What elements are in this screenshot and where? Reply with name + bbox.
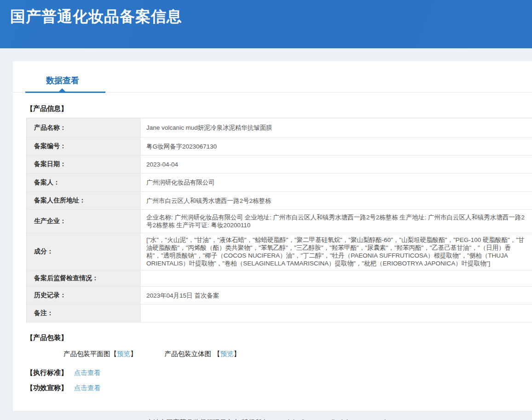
row-label: 备案后监督检查情况：	[27, 270, 141, 286]
table-row-registrant-address: 备案人住所地址： 广州市白云区人和镇秀水塘西一路2号2栋整栋	[27, 192, 532, 210]
page-title: 国产普通化妆品备案信息	[10, 6, 532, 27]
standard-click-view-link[interactable]: 点击查看	[74, 368, 101, 377]
row-value	[141, 305, 532, 322]
bracket-close: 】	[130, 350, 137, 357]
row-value: 广州市白云区人和镇秀水塘西一路2号2栋整栋	[141, 192, 532, 209]
table-row-registration-number: 备案编号： 粤G妆网备字2023067130	[27, 138, 532, 155]
row-label: 备案人：	[27, 173, 141, 191]
packaging-flat-label: 产品包装平面图	[64, 350, 110, 357]
footer-copyright-text: 本站由国家药品监督管理局主办 版权所有 Copyright © NMPA All…	[146, 418, 386, 420]
table-row-history: 历史记录： 2023年04月15日 首次备案	[27, 287, 532, 305]
bracket-open: 【	[214, 350, 220, 357]
table-row-manufacturer: 生产企业： 企业名称: 广州润研化妆品有限公司 企业地址: 广州市白云区人和镇秀…	[27, 210, 532, 233]
table-row-supervision: 备案后监督检查情况：	[27, 270, 532, 287]
row-label: 备案人住所地址：	[27, 192, 141, 209]
tab-active-indicator	[25, 92, 105, 93]
content-card: 数据查看 【产品信息】 产品名称： Jane volcanic mud妍泥冷泉冰…	[13, 61, 532, 411]
row-label: 备注：	[27, 305, 141, 322]
row-label: 成分：	[27, 233, 141, 270]
row-value: 广州润研化妆品有限公司	[141, 173, 532, 191]
efficacy-section-title: 【功效宣称】	[26, 384, 68, 392]
row-label: 历史记录：	[27, 287, 141, 304]
row-value: 企业名称: 广州润研化妆品有限公司 企业地址: 广州市白云区人和镇秀水塘西一路2…	[141, 210, 532, 233]
bracket-open: 【	[110, 350, 117, 357]
footer: 本站由国家药品监督管理局主办 版权所有 Copyright © NMPA All…	[0, 411, 532, 420]
tab-bar: 数据查看	[13, 61, 532, 92]
page-header: 国产普通化妆品备案信息	[0, 0, 532, 48]
bracket-close: 】	[234, 350, 241, 357]
efficacy-click-view-link[interactable]: 点击查看	[74, 384, 101, 392]
packaging-stereo-preview-link[interactable]: 预览	[220, 350, 234, 357]
packaging-stereo-item: 产品包装立体图【预览】	[165, 350, 241, 358]
table-row-remarks: 备注：	[27, 305, 532, 322]
packaging-flat-preview-link[interactable]: 预览	[117, 350, 130, 357]
row-label: 生产企业：	[27, 210, 141, 233]
standard-section-title: 【执行标准】	[26, 368, 68, 377]
packaging-section-title: 【产品包装】	[26, 334, 532, 342]
product-info-section-title: 【产品信息】	[26, 104, 532, 113]
table-row-product-name: 产品名称： Jane volcanic mud妍泥冷泉冰泥精华抗皱面膜	[27, 118, 532, 138]
row-value	[141, 270, 532, 286]
row-label: 产品名称：	[27, 118, 141, 137]
packaging-links-row: 产品包装平面图【预览】 产品包装立体图【预览】	[64, 350, 532, 358]
row-value: 粤G妆网备字2023067130	[141, 138, 532, 155]
standard-row: 【执行标准】 点击查看	[26, 368, 532, 377]
row-value: 2023-04-04	[141, 155, 532, 173]
table-row-ingredients: 成分： ["水"，"火山泥"，"甘油"，"液体石蜡"，"鲸蜡硬脂醇"，"聚二甲基…	[27, 233, 532, 270]
packaging-stereo-label: 产品包装立体图	[165, 350, 212, 357]
table-row-registrant: 备案人： 广州润研化妆品有限公司	[27, 173, 532, 192]
row-value: Jane volcanic mud妍泥冷泉冰泥精华抗皱面膜	[141, 118, 532, 137]
row-label: 备案编号：	[27, 138, 141, 155]
row-value: 2023年04月15日 首次备案	[141, 287, 532, 304]
packaging-flat-item: 产品包装平面图【预览】	[64, 350, 137, 358]
product-info-table: 产品名称： Jane volcanic mud妍泥冷泉冰泥精华抗皱面膜 备案编号…	[26, 118, 532, 322]
efficacy-row: 【功效宣称】 点击查看	[26, 384, 532, 392]
table-row-registration-date: 备案日期： 2023-04-04	[27, 155, 532, 173]
row-label: 备案日期：	[27, 155, 141, 173]
row-value: ["水"，"火山泥"，"甘油"，"液体石蜡"，"鲸蜡硬脂醇"，"聚二甲基硅氧烷"…	[141, 233, 532, 270]
